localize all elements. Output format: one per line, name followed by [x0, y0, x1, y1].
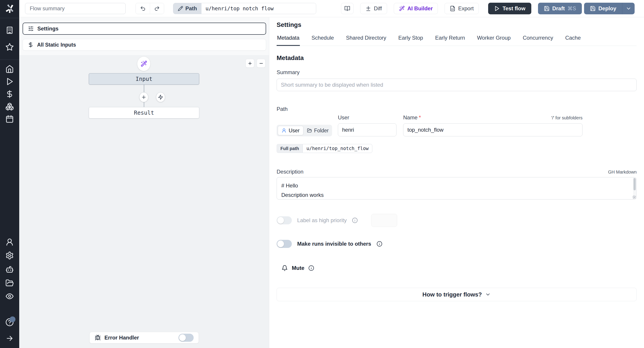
tab-concurrency[interactable]: Concurrency: [522, 33, 554, 46]
path-button[interactable]: Path: [173, 3, 202, 14]
owner-kind-user-option[interactable]: User: [278, 126, 304, 135]
info-icon[interactable]: [352, 218, 358, 223]
tab-shared-directory[interactable]: Shared Directory: [346, 33, 386, 46]
test-flow-button[interactable]: Test flow: [488, 3, 531, 14]
tab-cache[interactable]: Cache: [565, 33, 581, 46]
user-input[interactable]: [338, 123, 396, 136]
zoom-out-button[interactable]: [257, 59, 266, 68]
runs-play-icon[interactable]: [5, 77, 14, 86]
owner-kind-folder-option[interactable]: Folder: [304, 126, 332, 135]
path-section-label: Path: [276, 106, 636, 112]
resources-boxes-icon[interactable]: [5, 102, 14, 111]
deploy-group: Deploy: [584, 3, 634, 14]
how-to-trigger-collapsible[interactable]: How to trigger flows?: [276, 288, 636, 301]
ai-flow-wand-button[interactable]: [137, 57, 150, 71]
required-asterisk: *: [419, 114, 421, 121]
flow-editor-panel: Settings All Static Inputs Input: [19, 17, 269, 348]
diff-label: Diff: [374, 5, 382, 12]
user-icon: [282, 128, 286, 133]
plus-icon: [141, 94, 146, 100]
workers-robot-icon[interactable]: [5, 265, 14, 274]
all-static-inputs-card[interactable]: All Static Inputs: [22, 39, 266, 51]
name-field: Name * '/' for subfolders: [403, 114, 582, 136]
info-icon[interactable]: [376, 241, 382, 247]
save-icon: [590, 6, 596, 12]
sliders-icon: [28, 26, 34, 32]
draft-label: Draft: [552, 5, 565, 12]
undo-icon: [140, 6, 146, 12]
description-label: Description: [276, 169, 304, 175]
summary-label: Summary: [276, 69, 636, 75]
full-path-badge: Full path: [276, 144, 302, 153]
play-icon: [494, 6, 500, 12]
tab-early-stop[interactable]: Early Stop: [398, 33, 424, 46]
deploy-label: Deploy: [598, 5, 616, 12]
docs-button[interactable]: [341, 3, 354, 14]
tab-metadata[interactable]: Metadata: [276, 33, 300, 46]
flow-graph-canvas[interactable]: Input Result Error Handler: [19, 55, 269, 348]
flow-settings-card[interactable]: Settings: [22, 23, 266, 35]
topbar: Path Diff AI Builder Export: [19, 0, 644, 17]
schedules-calendar-icon[interactable]: [5, 115, 14, 123]
summary-input[interactable]: [276, 79, 636, 91]
save-icon: [544, 6, 550, 12]
tab-worker-group[interactable]: Worker Group: [476, 33, 511, 46]
input-node[interactable]: Input: [89, 73, 199, 85]
favorites-star-icon[interactable]: [5, 43, 14, 51]
path-row: User Folder User Name: [276, 114, 636, 136]
description-scrollbar-thumb[interactable]: [634, 178, 636, 190]
add-step-button[interactable]: [139, 92, 148, 102]
windmill-logo[interactable]: [4, 3, 15, 14]
trigger-zap-button[interactable]: [156, 92, 165, 102]
description-textarea[interactable]: # Hello Description works: [276, 177, 636, 200]
expand-sidebar-arrow-icon[interactable]: [5, 334, 14, 343]
audit-eye-icon[interactable]: [5, 292, 14, 300]
error-handler-toggle[interactable]: [178, 334, 194, 342]
diff-button[interactable]: Diff: [360, 3, 387, 14]
folders-icon[interactable]: [5, 279, 14, 287]
invisible-runs-row: Make runs invisible to others: [276, 240, 636, 248]
home-icon[interactable]: [5, 65, 14, 73]
test-flow-label: Test flow: [502, 5, 525, 12]
result-node-label: Result: [134, 109, 154, 116]
pencil-icon: [178, 6, 183, 11]
tab-early-return[interactable]: Early Return: [435, 33, 465, 46]
name-field-header: Name * '/' for subfolders: [403, 114, 582, 121]
mute-label: Mute: [292, 265, 304, 271]
info-icon[interactable]: [308, 265, 314, 271]
sidebar: [0, 0, 19, 348]
plus-icon: [248, 61, 252, 66]
settings-gear-icon[interactable]: [5, 251, 14, 260]
name-input[interactable]: [403, 123, 582, 136]
workspace-building-icon[interactable]: [5, 26, 14, 35]
how-to-trigger-label: How to trigger flows?: [422, 291, 482, 298]
topbar-actions: Diff AI Builder Export Test flow Draft: [341, 3, 634, 14]
variables-dollar-icon[interactable]: [5, 90, 14, 98]
path-input[interactable]: [202, 3, 316, 14]
redo-icon: [154, 6, 160, 12]
full-path-row: Full path u/henri/top_notch_flow: [276, 144, 636, 153]
help-notification-badge: [10, 316, 16, 322]
high-priority-toggle[interactable]: [276, 216, 292, 224]
result-node[interactable]: Result: [89, 107, 199, 118]
user-icon[interactable]: [5, 238, 14, 246]
folder-icon: [307, 128, 312, 133]
description-resize-handle[interactable]: [632, 196, 636, 199]
draft-button[interactable]: Draft ⌘S: [538, 3, 582, 14]
tab-schedule[interactable]: Schedule: [311, 33, 334, 46]
deploy-dropdown-button[interactable]: [622, 3, 634, 14]
flow-summary-input[interactable]: [25, 3, 126, 14]
content: Settings All Static Inputs Input: [19, 17, 644, 348]
zoom-in-button[interactable]: [246, 59, 254, 68]
error-handler-card[interactable]: Error Handler: [90, 332, 199, 343]
export-button[interactable]: Export: [444, 3, 479, 14]
markdown-hint: GH Markdown: [608, 169, 636, 175]
ai-builder-button[interactable]: AI Builder: [394, 3, 438, 14]
deploy-button[interactable]: Deploy: [584, 3, 622, 14]
settings-panel-title: Settings: [276, 21, 636, 29]
app-root: Path Diff AI Builder Export: [0, 0, 644, 348]
invisible-runs-toggle[interactable]: [276, 240, 292, 248]
redo-button[interactable]: [150, 3, 164, 14]
help-icon[interactable]: [5, 318, 14, 326]
undo-button[interactable]: [136, 3, 150, 14]
